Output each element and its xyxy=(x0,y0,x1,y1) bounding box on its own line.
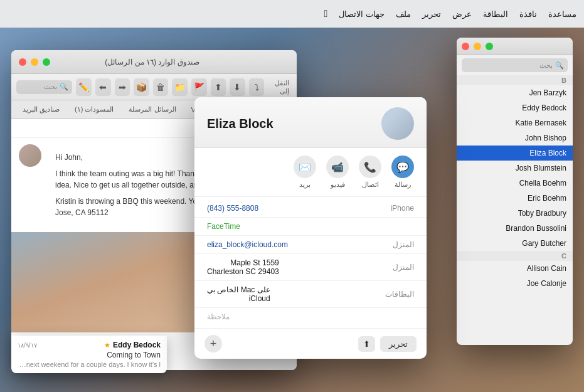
move-button[interactable]: 📁 xyxy=(172,78,188,96)
contacts-search-icon: 🔍 xyxy=(555,61,564,70)
plus-icon: + xyxy=(210,337,217,351)
contact-name: Eliza Block xyxy=(207,117,273,131)
contacts-window: 🔍 بحث B Jen Barzyk Eddy Bedock Katie Ber… xyxy=(457,38,573,345)
section-b-label: B xyxy=(457,75,573,85)
tab-drafts[interactable]: المسودات (١) xyxy=(68,103,120,115)
add-contact-button[interactable]: + xyxy=(204,335,222,352)
address-line1: 1559 Maple St xyxy=(207,258,279,267)
contact-eric-boehm[interactable]: Eric Boehm xyxy=(457,191,573,206)
email-type-label: المنزل xyxy=(393,240,414,249)
edit-button[interactable]: تحرير xyxy=(380,336,417,352)
maximize-button[interactable] xyxy=(43,58,50,66)
video-action-button[interactable]: 📹 فيديو xyxy=(326,156,349,189)
contact-katie-bernasek[interactable]: Katie Bernasek xyxy=(457,115,573,130)
icloud-tag: iCloud xyxy=(207,294,270,303)
delete-button[interactable]: 🗑 xyxy=(153,78,169,96)
contacts-window-controls xyxy=(462,43,493,50)
tags-label: البطاقات xyxy=(385,290,414,299)
contact-actions: 💬 رسالة 📞 اتصال 📹 فيديو ✉️ بريد xyxy=(194,148,427,197)
contacts-titlebar xyxy=(457,38,573,55)
tab-mailboxes[interactable]: صناديق البريد xyxy=(16,103,66,115)
contact-toby-bradbury[interactable]: Toby Bradbury xyxy=(457,206,573,221)
minimize-button[interactable] xyxy=(31,58,38,66)
mail-search[interactable]: 🔍 بحث xyxy=(16,80,72,94)
second-email-sender: Eddy Bedock xyxy=(113,341,161,349)
contacts-search[interactable]: 🔍 بحث xyxy=(462,58,568,72)
contact-josh-blumstein[interactable]: Josh Blumstein xyxy=(457,161,573,176)
message-action-icon: 💬 xyxy=(391,156,414,178)
contacts-close-button[interactable] xyxy=(462,43,469,50)
contact-allison-cain[interactable]: Allison Cain xyxy=(457,261,573,276)
section-c-label: C xyxy=(457,251,573,261)
contact-chella-boehm[interactable]: Chella Boehm xyxy=(457,176,573,191)
video-action-label: فيديو xyxy=(331,181,345,189)
contact-brandon-bussolini[interactable]: Brandon Bussolini xyxy=(457,221,573,236)
contact-joe-calonje[interactable]: Joe Calonje xyxy=(457,276,573,291)
file-menu[interactable]: ملف xyxy=(396,9,411,19)
facetime-value[interactable]: FaceTime xyxy=(207,222,240,231)
contact-eliza-block[interactable]: Eliza Block xyxy=(457,146,573,161)
contacts-list: B Jen Barzyk Eddy Bedock Katie Bernasek … xyxy=(457,75,573,345)
address-line2: Charleston SC 29403 xyxy=(207,267,279,276)
call-action-button[interactable]: 📞 اتصال xyxy=(359,156,381,189)
help-menu[interactable]: مساعدة xyxy=(548,9,576,19)
mail-titlebar: صندوق الوارد (١٦ من الرسائل) xyxy=(11,50,297,74)
close-button[interactable] xyxy=(19,58,26,66)
contact-jen-barzyk[interactable]: Jen Barzyk xyxy=(457,85,573,100)
on-mac-tag: على Mac الخاص بي xyxy=(207,285,270,294)
contact-avatar-image xyxy=(381,107,414,140)
second-email-star: ★ xyxy=(104,341,110,349)
apple-menu[interactable]:  xyxy=(324,8,328,19)
second-email-date: ١٨/٩/١٧ xyxy=(18,342,37,349)
phone-row: iPhone 555-8808 (843) xyxy=(194,199,427,218)
second-email-item[interactable]: Eddy Bedock ★ ١٨/٩/١٧ Coming to Town Hey… xyxy=(11,336,167,373)
note-label: ملاحظة xyxy=(207,312,230,321)
forward-button[interactable]: ➡ xyxy=(115,78,130,96)
message-action-label: رسالة xyxy=(395,181,411,189)
menubar:  جهات الاتصال ملف تحرير عرض البطاقة ناف… xyxy=(0,0,584,28)
contact-eddy-bedock[interactable]: Eddy Bedock xyxy=(457,100,573,115)
mail-action-icon: ✉️ xyxy=(294,156,316,178)
call-action-label: اتصال xyxy=(362,181,379,189)
contact-avatar xyxy=(381,107,414,140)
contacts-menu[interactable]: جهات الاتصال xyxy=(339,9,385,19)
phone-type-label: iPhone xyxy=(391,204,414,213)
prev-button[interactable]: ⬆ xyxy=(211,78,226,96)
email-value[interactable]: eliza_block@icloud.com xyxy=(207,240,288,249)
flag-button[interactable]: 🚩 xyxy=(191,78,207,96)
facetime-row: FaceTime xyxy=(194,218,427,236)
video-action-icon: 📹 xyxy=(326,156,349,178)
move-to-button[interactable]: ⤵ xyxy=(249,78,264,96)
address-value: 1559 Maple St Charleston SC 29403 xyxy=(207,258,279,276)
contact-info: iPhone 555-8808 (843) FaceTime المنزل el… xyxy=(194,197,427,328)
compose-button[interactable]: ✏️ xyxy=(76,78,92,96)
view-menu[interactable]: عرض xyxy=(452,9,472,19)
window-menu[interactable]: نافذة xyxy=(519,9,537,19)
contacts-minimize-button[interactable] xyxy=(474,43,481,50)
search-icon: 🔍 xyxy=(60,83,68,91)
card-menu[interactable]: البطاقة xyxy=(483,9,508,19)
tags-row: البطاقات على Mac الخاص بي iCloud xyxy=(194,281,427,308)
footer-buttons: ⬆ تحرير xyxy=(358,336,417,352)
sender-avatar xyxy=(19,144,41,167)
second-email-preview: Hey, stranger. We'll be in town next wee… xyxy=(18,361,161,368)
share-button[interactable]: ⬆ xyxy=(358,336,375,352)
contacts-maximize-button[interactable] xyxy=(486,43,493,50)
note-row: ملاحظة xyxy=(194,308,427,326)
contact-gary-butcher[interactable]: Gary Butcher xyxy=(457,236,573,251)
phone-value[interactable]: 555-8808 (843) xyxy=(207,204,258,213)
contact-john-bishop[interactable]: John Bishop xyxy=(457,130,573,146)
next-button[interactable]: ⬇ xyxy=(230,78,245,96)
contact-detail-panel: Eliza Block 💬 رسالة 📞 اتصال 📹 فيديو ✉️ ب… xyxy=(194,97,427,359)
mail-action-label: بريد xyxy=(299,181,311,189)
window-controls xyxy=(19,58,50,66)
edit-menu[interactable]: تحرير xyxy=(422,9,441,19)
mail-window-title: صندوق الوارد (١٦ من الرسائل) xyxy=(105,58,199,66)
message-action-button[interactable]: 💬 رسالة xyxy=(391,156,414,189)
email-row: المنزل eliza_block@icloud.com xyxy=(194,236,427,254)
contacts-search-placeholder: بحث xyxy=(539,61,553,70)
tab-sent[interactable]: الرسائل المرسلة xyxy=(122,103,182,115)
archive-button[interactable]: 📦 xyxy=(134,78,149,96)
reply-button[interactable]: ⬅ xyxy=(95,78,111,96)
mail-action-button[interactable]: ✉️ بريد xyxy=(294,156,316,189)
